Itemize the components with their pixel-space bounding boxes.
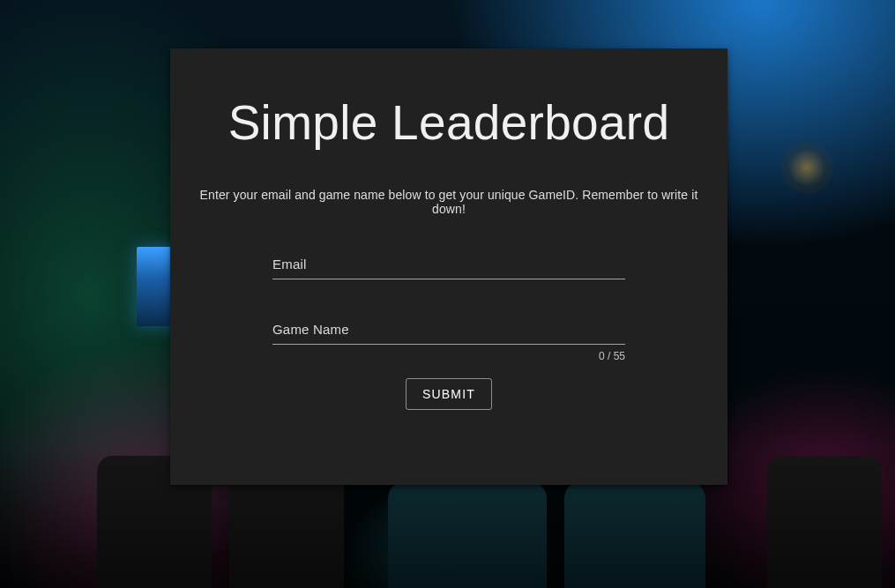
signup-card: Simple Leaderboard Enter your email and … <box>170 48 727 485</box>
submit-button[interactable]: SUBMIT <box>406 378 492 410</box>
instructions-text: Enter your email and game name below to … <box>184 188 713 216</box>
email-field-wrapper: Email <box>272 253 625 279</box>
page-title: Simple Leaderboard <box>184 94 713 151</box>
decor-arcade-sign <box>780 141 833 194</box>
signup-form: Email Game Name 0 / 55 SUBMIT <box>184 253 713 410</box>
game-name-field-wrapper: Game Name 0 / 55 <box>272 318 625 345</box>
char-counter: 0 / 55 <box>599 350 625 362</box>
email-input[interactable] <box>272 253 625 279</box>
game-name-input[interactable] <box>272 318 625 345</box>
